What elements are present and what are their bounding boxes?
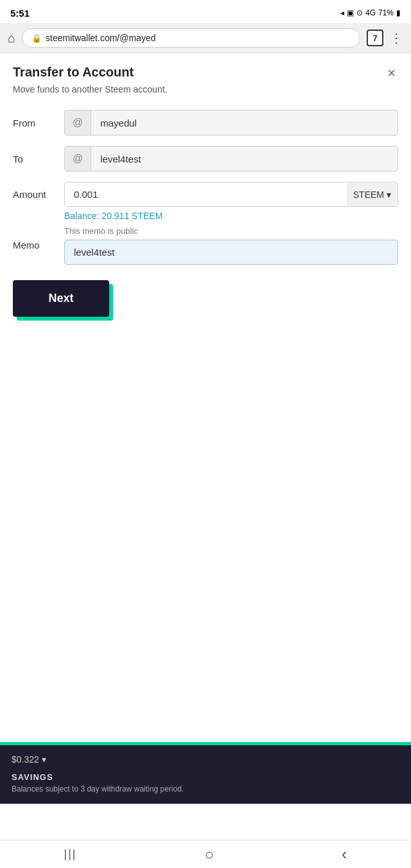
home-icon[interactable]: ⌂	[8, 31, 15, 46]
price-arrow-icon: ▾	[42, 754, 46, 765]
lock-icon: 🔒	[31, 33, 42, 43]
dialog-header: Transfer to Account ×	[13, 65, 398, 82]
network-icon: 4G	[365, 8, 376, 17]
currency-value: STEEM	[353, 190, 384, 200]
amount-row: Amount STEEM ▾	[13, 182, 398, 207]
to-label: To	[13, 154, 58, 164]
nav-bar: ||| ○ ‹	[0, 840, 411, 868]
amount-input-wrapper: STEEM ▾	[64, 182, 398, 207]
location-icon: ⊙	[356, 8, 363, 17]
amount-input[interactable]	[65, 182, 347, 206]
memo-note: This memo is public	[64, 226, 398, 236]
from-input[interactable]	[91, 111, 398, 135]
close-button[interactable]: ×	[385, 65, 398, 82]
to-at-symbol: @	[65, 146, 91, 171]
dialog-title: Transfer to Account	[13, 65, 134, 80]
nav-back-icon[interactable]: ‹	[342, 844, 347, 864]
memo-row: Memo	[13, 240, 398, 265]
status-bar: 5:51 ◂ ▣ ⊙ 4G 71% ▮	[0, 0, 411, 23]
photo-icon: ▣	[347, 8, 354, 17]
currency-arrow-icon: ▾	[387, 190, 391, 200]
to-input-wrapper: @	[64, 146, 398, 172]
browser-bar: ⌂ 🔒 steemitwallet.com/@mayed 7 ⋮	[0, 23, 411, 53]
memo-label: Memo	[13, 240, 58, 251]
savings-sub: Balances subject to 3 day withdraw waiti…	[12, 784, 399, 793]
dialog-subtitle: Move funds to another Steem account.	[13, 84, 398, 94]
to-input[interactable]	[91, 147, 398, 171]
menu-dots-icon[interactable]: ⋮	[390, 30, 403, 46]
status-time: 5:51	[10, 8, 30, 19]
status-icons: ◂ ▣ ⊙ 4G 71% ▮	[340, 8, 401, 17]
battery-text: 71%	[378, 8, 394, 17]
price-value: $0.322	[12, 754, 39, 765]
next-button[interactable]: Next	[13, 280, 109, 317]
tab-count[interactable]: 7	[367, 30, 383, 46]
next-button-wrapper: Next	[13, 280, 109, 317]
memo-input[interactable]	[64, 240, 398, 265]
main-content: Transfer to Account × Move funds to anot…	[0, 53, 411, 348]
nav-menu-icon[interactable]: |||	[64, 847, 76, 861]
savings-label: SAVINGS	[12, 772, 399, 782]
signal-icon: ◂	[340, 8, 344, 17]
balance-text: Balance: 20.911 STEEM	[64, 211, 398, 221]
from-row: From @	[13, 110, 398, 136]
currency-select[interactable]: STEEM ▾	[347, 183, 398, 206]
from-at-symbol: @	[65, 111, 91, 135]
amount-label: Amount	[13, 189, 58, 200]
nav-home-icon[interactable]: ○	[204, 846, 214, 864]
from-input-wrapper: @	[64, 110, 398, 136]
url-text: steemitwallet.com/@mayed	[46, 33, 155, 43]
to-row: To @	[13, 146, 398, 172]
url-bar[interactable]: 🔒 steemitwallet.com/@mayed	[22, 28, 360, 48]
bottom-section: $0.322 ▾ SAVINGS Balances subject to 3 d…	[0, 745, 411, 804]
battery-icon: ▮	[396, 8, 401, 17]
from-label: From	[13, 118, 58, 128]
bottom-price: $0.322 ▾	[12, 754, 399, 765]
